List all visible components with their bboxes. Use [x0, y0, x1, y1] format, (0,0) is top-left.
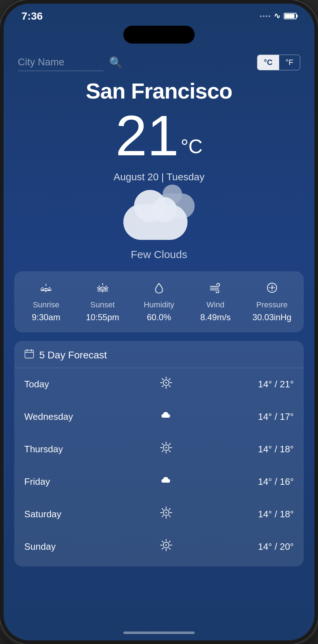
forecast-temp-range: 14° / 18°: [237, 509, 294, 520]
svg-line-65: [169, 541, 170, 543]
svg-line-4: [49, 287, 50, 288]
weather-description: Few Clouds: [4, 248, 314, 261]
phone-screen: 7:36 ∿ 🔍: [4, 4, 314, 640]
forecast-header: 5 Day Forecast: [14, 341, 304, 368]
svg-line-45: [169, 444, 170, 445]
sunset-icon: [96, 281, 109, 297]
wind-detail: Wind 8.49m/s: [196, 281, 235, 322]
svg-line-33: [162, 379, 164, 380]
svg-line-55: [169, 509, 170, 510]
svg-line-36: [162, 386, 164, 387]
svg-point-57: [165, 512, 167, 513]
sunrise-icon: [40, 281, 52, 297]
forecast-temp-range: 14° / 18°: [237, 444, 294, 455]
svg-line-44: [169, 451, 170, 452]
forecast-row: Today 14° / 21°: [14, 368, 304, 401]
forecast-weather-icon: [155, 408, 177, 425]
temperature-value: 21: [116, 107, 179, 164]
forecast-day-name: Wednesday: [24, 411, 96, 422]
status-time: 7:36: [21, 10, 43, 22]
forecast-row: Wednesday 14° / 17°: [14, 401, 304, 433]
forecast-weather-icon: [155, 376, 177, 393]
humidity-value: 60.0%: [147, 312, 171, 322]
svg-line-43: [162, 444, 164, 445]
forecast-temp-range: 14° / 20°: [237, 541, 294, 552]
weather-icon-container: [4, 193, 314, 240]
cloud-main: [123, 204, 188, 240]
forecast-row: Sunday 14° / 20°: [14, 530, 304, 563]
status-bar: 7:36 ∿: [4, 4, 314, 22]
sunset-detail: Sunset 10:55pm: [83, 281, 122, 322]
signal-icon: [260, 15, 270, 17]
date-display: August 20 | Tuesday: [4, 171, 314, 183]
phone-frame: 7:36 ∿ 🔍: [0, 0, 318, 644]
forecast-row: Friday 14° / 16°: [14, 466, 304, 498]
pressure-icon: [266, 281, 278, 297]
forecast-row: Saturday 14° / 18°: [14, 498, 304, 530]
unit-toggle: °C °F: [257, 55, 300, 70]
forecast-weather-icon: [155, 538, 177, 555]
forecast-weather-icon: [155, 506, 177, 523]
search-icon: 🔍: [109, 56, 122, 68]
sunrise-label: Sunrise: [33, 300, 60, 310]
wind-label: Wind: [206, 300, 224, 310]
sunset-value: 10:55pm: [86, 312, 119, 322]
humidity-icon: [153, 281, 165, 297]
dynamic-island: [123, 26, 195, 44]
svg-line-35: [169, 379, 170, 380]
battery-icon: [284, 13, 297, 19]
svg-point-67: [165, 544, 167, 546]
sunset-label: Sunset: [90, 300, 115, 310]
city-input[interactable]: [18, 54, 103, 71]
details-card: Sunrise 9:30am: [14, 271, 304, 332]
home-indicator[interactable]: [123, 632, 195, 634]
svg-line-64: [169, 548, 170, 549]
svg-line-13: [106, 286, 107, 287]
forecast-title: 5 Day Forecast: [39, 349, 107, 361]
sunrise-value: 9:30am: [32, 312, 60, 322]
svg-line-66: [162, 548, 164, 549]
wind-value: 8.49m/s: [200, 312, 231, 322]
forecast-temp-range: 14° / 21°: [237, 379, 294, 390]
svg-line-46: [162, 451, 164, 452]
humidity-detail: Humidity 60.0%: [139, 281, 179, 322]
pressure-detail: Pressure 30.03inHg: [252, 281, 292, 322]
wind-icon: [209, 281, 222, 297]
forecast-weather-icon: [155, 441, 177, 458]
svg-line-12: [99, 286, 100, 287]
sunrise-detail: Sunrise 9:30am: [26, 281, 66, 322]
forecast-day-name: Thursday: [24, 444, 96, 455]
forecast-temp-range: 14° / 17°: [237, 411, 294, 422]
search-button[interactable]: 🔍: [109, 56, 122, 69]
forecast-day-name: Saturday: [24, 509, 96, 520]
pressure-value: 30.03inHg: [252, 312, 291, 322]
status-icons: ∿: [260, 11, 297, 21]
calendar-icon: [24, 349, 34, 361]
forecast-day-name: Sunday: [24, 541, 96, 552]
svg-line-34: [169, 386, 170, 387]
svg-line-53: [162, 509, 164, 510]
temperature-unit: °C: [181, 135, 203, 157]
forecast-card: 5 Day Forecast Today 14° / 21° Wednesday…: [14, 341, 304, 567]
wifi-icon: ∿: [274, 11, 280, 21]
forecast-rows: Today 14° / 21° Wednesday 14° / 17° Thur…: [14, 368, 304, 563]
humidity-label: Humidity: [144, 300, 174, 310]
forecast-day-name: Friday: [24, 476, 96, 487]
forecast-day-name: Today: [24, 379, 96, 390]
celsius-button[interactable]: °C: [257, 55, 279, 70]
cloud-icon: [123, 193, 195, 240]
forecast-weather-icon: [155, 473, 177, 490]
pressure-label: Pressure: [256, 300, 288, 310]
svg-line-54: [169, 515, 170, 517]
temperature-display: 21°C: [4, 107, 314, 164]
svg-line-63: [162, 541, 164, 543]
svg-point-47: [165, 447, 167, 448]
forecast-row: Thursday 14° / 18°: [14, 433, 304, 466]
svg-point-37: [165, 382, 167, 383]
svg-line-3: [42, 287, 43, 288]
fahrenheit-button[interactable]: °F: [279, 55, 300, 70]
svg-line-56: [162, 515, 164, 517]
search-bar: 🔍 °C °F: [4, 44, 314, 71]
svg-rect-24: [25, 350, 34, 358]
city-name: San Francisco: [4, 78, 314, 104]
